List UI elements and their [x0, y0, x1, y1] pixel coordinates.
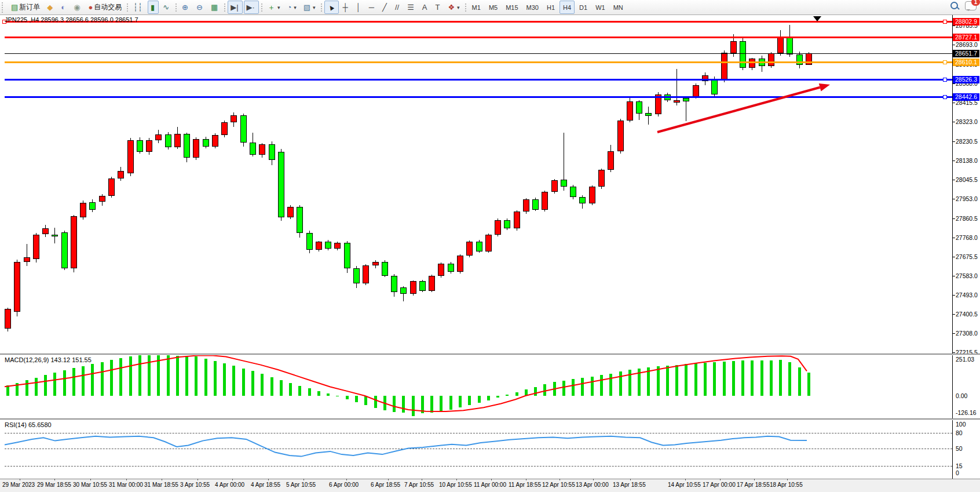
candle: [410, 281, 416, 294]
timeframe-m1-button[interactable]: M1: [469, 1, 484, 14]
arrows-button[interactable]: ❖▾: [445, 1, 462, 14]
line-chart-type-button-icon: ∿: [163, 3, 169, 11]
new-chart-button[interactable]: ＋▾: [265, 1, 283, 14]
time-axis-tick: [162, 479, 162, 480]
line-selection-marker[interactable]: [943, 95, 947, 99]
price-tick-label: 27953.0: [956, 195, 978, 202]
macd-histogram-bar: [779, 360, 782, 396]
cursor-button[interactable]: ▲: [324, 1, 339, 14]
candle: [80, 203, 86, 217]
horizontal-level-line[interactable]: [5, 96, 952, 98]
candle: [787, 37, 793, 55]
profile-icon[interactable]: ◐: [58, 1, 70, 14]
horizontal-level-line[interactable]: [5, 21, 952, 23]
candle: [683, 98, 689, 101]
macd-histogram-bar: [308, 388, 311, 396]
candle: [608, 151, 614, 170]
notifications-icon[interactable]: 1: [965, 1, 977, 10]
timeframe-m5-button[interactable]: M5: [485, 1, 501, 14]
auto-trading-button-label: 自动交易: [94, 2, 122, 12]
chart-shift-marker-icon[interactable]: [813, 16, 821, 25]
crayon-icon[interactable]: ◆: [44, 1, 57, 14]
chart-shift-button-icon: ▶·: [247, 3, 255, 11]
timeframe-d1-button[interactable]: D1: [576, 1, 591, 14]
candlestick-chart-type-button-icon: ▮: [151, 3, 155, 11]
macd-histogram-bar: [383, 396, 386, 410]
timeframe-mn-button[interactable]: MN: [610, 1, 627, 14]
bar-chart-type-button[interactable]: ┆┆: [130, 1, 147, 14]
horizontal-level-line[interactable]: [5, 37, 952, 38]
timeframe-h1-button[interactable]: H1: [543, 1, 558, 14]
zoom-out-button-icon: ⊖: [196, 3, 203, 11]
timeframe-w1-button[interactable]: W1: [592, 1, 609, 14]
rsi-axis-label: 80: [956, 429, 963, 436]
auto-trading-button[interactable]: ●自动交易: [86, 1, 125, 14]
price-tick-label: 28693.0: [956, 41, 978, 48]
pane-separator[interactable]: [0, 418, 980, 420]
text-button[interactable]: A: [419, 1, 432, 14]
price-chart-pane[interactable]: [0, 15, 980, 353]
rsi-pane[interactable]: [0, 420, 980, 479]
macd-histogram-bar: [609, 374, 612, 396]
toolbar-separator: [224, 3, 225, 12]
zoom-out-button[interactable]: ⊖: [193, 1, 207, 14]
text-label-button[interactable]: T: [432, 1, 444, 14]
periods-button[interactable]: ◔▾: [284, 1, 299, 14]
new-order-button[interactable]: ▤新订单: [8, 1, 43, 14]
macd-pane[interactable]: [0, 355, 980, 418]
time-axis-tick: [268, 479, 269, 480]
price-tick: [952, 238, 955, 238]
macd-histogram-bar: [657, 366, 660, 396]
macd-histogram-bar: [807, 373, 810, 396]
tile-windows-button[interactable]: ▦: [208, 1, 222, 14]
periods-button-icon: ◔: [287, 3, 291, 11]
templates-button[interactable]: ▧▾: [301, 1, 319, 14]
search-icon[interactable]: [950, 1, 959, 10]
current-price-line[interactable]: [5, 53, 952, 54]
horizontal-level-line[interactable]: [5, 79, 952, 81]
line-selection-marker[interactable]: [943, 60, 947, 64]
candle: [495, 220, 501, 235]
rsi-axis-label: 0: [956, 469, 959, 476]
horizontal-level-line[interactable]: [5, 61, 952, 63]
zoom-in-button[interactable]: ⊕: [179, 1, 192, 14]
pane-separator[interactable]: [0, 353, 980, 355]
macd-histogram-bar: [751, 360, 754, 396]
candle: [438, 264, 444, 276]
macd-histogram-bar: [449, 396, 452, 410]
fibonacci-button[interactable]: ☰: [404, 1, 418, 14]
time-axis-label: 29 Mar 18:55: [37, 482, 71, 488]
trendline-button[interactable]: ╱: [379, 1, 391, 14]
horizontal-line-button[interactable]: ─: [366, 1, 378, 14]
signal-icon[interactable]: ◉: [71, 1, 84, 14]
macd-histogram-bar: [666, 366, 669, 396]
macd-histogram-bar: [478, 396, 481, 403]
time-axis-tick: [90, 479, 91, 480]
auto-scroll-button[interactable]: ▶|: [228, 1, 242, 14]
candlestick-chart-type-button[interactable]: ▮: [148, 1, 159, 14]
profile-icon-icon: ◐: [61, 3, 65, 11]
candle: [71, 216, 77, 268]
line-selection-marker[interactable]: [943, 78, 947, 82]
timeframe-m30-button[interactable]: M30: [523, 1, 542, 14]
text-label-button-icon: T: [435, 3, 440, 11]
macd-histogram-bar: [572, 379, 575, 396]
time-axis-label: 3 Apr 10:55: [180, 482, 210, 488]
macd-histogram-bar: [788, 362, 791, 396]
candle: [645, 113, 652, 116]
vertical-line-button[interactable]: │: [353, 1, 365, 14]
time-axis-label: 31 Mar 18:55: [144, 482, 178, 488]
chart-shift-button[interactable]: ▶·: [244, 1, 259, 14]
timeframe-m15-button[interactable]: M15: [502, 1, 521, 14]
tile-windows-button-icon: ▦: [211, 3, 218, 11]
time-axis-label: 30 Mar 10:55: [73, 482, 107, 488]
timeframe-h4-button[interactable]: H4: [560, 1, 575, 14]
line-chart-type-button[interactable]: ∿: [160, 1, 173, 14]
price-tick: [952, 161, 955, 161]
candle: [391, 276, 397, 293]
macd-histogram-bar: [214, 361, 217, 396]
crosshair-button[interactable]: ┼: [340, 1, 352, 14]
line-selection-marker[interactable]: [943, 20, 947, 24]
channel-button[interactable]: //: [392, 1, 403, 14]
time-axis-tick: [560, 479, 560, 480]
